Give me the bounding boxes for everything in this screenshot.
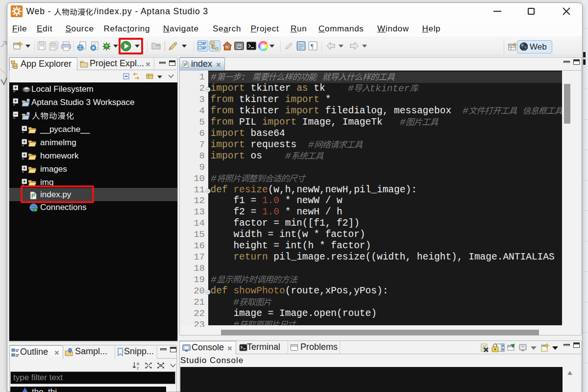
- svg-text:z: z: [137, 366, 139, 370]
- svg-text:P: P: [184, 62, 187, 67]
- svg-text:¶: ¶: [311, 42, 314, 50]
